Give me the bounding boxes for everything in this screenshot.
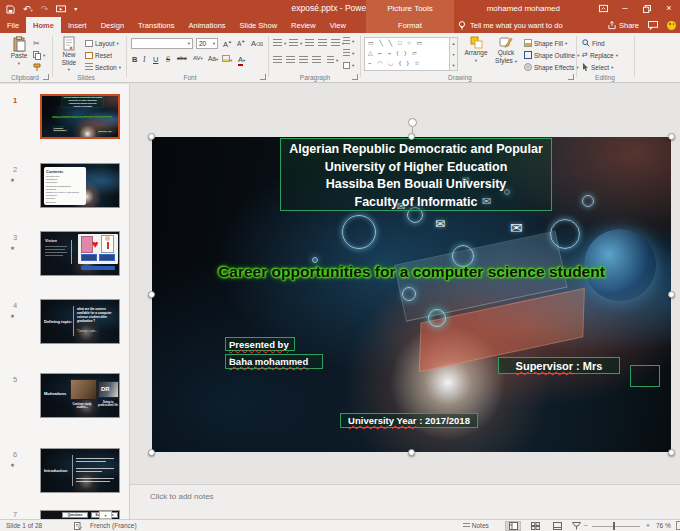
feedback-smiley-icon[interactable] (667, 21, 676, 30)
text-shadow-button[interactable]: abc (177, 55, 187, 61)
university-header-textbox[interactable]: Algerian Republic Democratic and Popular… (280, 138, 552, 211)
tab-file[interactable]: File (0, 17, 26, 33)
paste-button[interactable]: Paste▾ (6, 36, 32, 67)
selection-handle-n[interactable] (408, 133, 415, 140)
fit-to-window-icon[interactable] (676, 521, 680, 530)
slide-thumbnail-3[interactable]: Vision ♥ (40, 231, 120, 276)
convert-smartart-icon[interactable]: ▾ (343, 60, 354, 70)
numbering-icon[interactable]: ▾ (289, 38, 302, 48)
tab-animations[interactable]: Animations (181, 17, 232, 33)
font-name-combo[interactable]: ▾ (131, 38, 193, 49)
select-button[interactable]: Select▾ (582, 62, 613, 72)
strikethrough-button[interactable]: S (166, 55, 170, 64)
align-text-icon[interactable]: ▾ (343, 48, 354, 58)
slide-thumbnail-1[interactable]: Algerian Republic Democratic and Popular… (40, 94, 120, 139)
replace-button[interactable]: ⇄Replace▾ (582, 50, 618, 60)
copy-icon[interactable]: ▾ (33, 50, 45, 60)
clipboard-dialog-launcher[interactable] (43, 74, 49, 80)
shape-outline-button[interactable]: Shape Outline▾ (524, 50, 579, 60)
align-left-icon[interactable] (273, 55, 282, 65)
highlight-color-icon[interactable]: ▾ (222, 55, 232, 64)
notes-pane[interactable]: Click to add notes (130, 484, 680, 519)
find-button[interactable]: Find (582, 38, 605, 48)
italic-button[interactable]: I (143, 55, 146, 64)
spellcheck-icon[interactable] (74, 522, 82, 530)
increase-indent-icon[interactable] (318, 38, 327, 48)
shapes-row[interactable]: △ ⌐ ¬ ( ) ▱ (368, 48, 446, 58)
restore-button[interactable] (636, 0, 658, 17)
zoom-slider-track[interactable] (592, 526, 640, 527)
slide-counter[interactable]: Slide 1 of 28 (6, 522, 42, 529)
selection-handle-se[interactable] (668, 449, 675, 456)
font-color-icon[interactable]: A▾ (238, 55, 245, 64)
tell-me-box[interactable]: Tell me what you want to do (458, 17, 563, 33)
tab-slideshow[interactable]: Slide Show (233, 17, 285, 33)
change-case-icon[interactable]: Aa▾ (208, 55, 218, 62)
zoom-level[interactable]: 76 % (656, 522, 671, 529)
selection-handle-s[interactable] (408, 449, 415, 456)
slide-thumbnail-4[interactable]: Defining topic: what are the careers ava… (40, 299, 120, 344)
presented-by-textbox[interactable]: Presented by : (225, 337, 295, 351)
presenter-name-textbox[interactable]: Baha mohammed (225, 354, 323, 369)
normal-view-icon[interactable] (505, 521, 521, 531)
justify-icon[interactable] (312, 55, 321, 65)
shapes-row[interactable]: ▭ ╲ ╲ □ ○ ▭ (368, 38, 446, 48)
font-size-combo[interactable]: 20▾ (196, 38, 218, 49)
underline-button[interactable]: U (153, 55, 158, 64)
shapes-scroll[interactable]: ▲▾▼ (450, 37, 458, 71)
minimize-button[interactable]: – (614, 0, 636, 17)
decrease-indent-icon[interactable] (305, 38, 314, 48)
share-button[interactable]: Share (608, 21, 639, 30)
align-center-icon[interactable] (286, 55, 295, 65)
zoom-in-button[interactable]: + (646, 522, 650, 529)
columns-icon[interactable]: ▾ (327, 55, 338, 65)
rotation-handle[interactable] (408, 118, 417, 127)
ribbon-display-options-icon[interactable] (592, 0, 614, 17)
slide-thumbnail-6[interactable]: Introduction (40, 448, 120, 493)
reset-button[interactable]: Reset (85, 50, 112, 60)
slide-sorter-icon[interactable] (527, 521, 543, 531)
decrease-font-icon[interactable]: A▼ (237, 39, 245, 47)
tab-transitions[interactable]: Transitions (131, 17, 181, 33)
align-right-icon[interactable] (299, 55, 308, 65)
tab-home[interactable]: Home (26, 17, 61, 33)
selection-handle-nw[interactable] (148, 133, 155, 140)
slide-thumbnail-5[interactable]: Motivations DR Continue study studies...… (40, 373, 120, 418)
cut-icon[interactable]: ✂ (33, 38, 40, 48)
close-button[interactable]: × (658, 0, 680, 17)
slide-1-main[interactable]: ✉ ✉ ✉ ✉ ✉ Algerian Republic Democratic a… (152, 137, 671, 452)
shape-effects-button[interactable]: Shape Effects▾ (524, 62, 579, 72)
quick-styles-button[interactable]: QuickStyles ▾ (492, 36, 520, 65)
tab-review[interactable]: Review (284, 17, 323, 33)
drawing-dialog-launcher[interactable] (568, 74, 574, 80)
year-textbox[interactable]: University Year : 2017/2018 (340, 413, 478, 428)
slideshow-view-icon[interactable] (568, 521, 584, 531)
slide-thumbnail-2[interactable]: Contents Defining topic Motivations Intr… (40, 163, 120, 208)
shape-fill-button[interactable]: Shape Fill▾ (524, 38, 567, 48)
increase-font-icon[interactable]: A▲ (223, 39, 232, 49)
shapes-row[interactable]: ~ ◠ ◡ { } ☆ (368, 58, 446, 68)
paragraph-dialog-launcher[interactable] (352, 74, 358, 80)
bold-button[interactable]: B (132, 55, 137, 64)
slide-editing-area[interactable]: ✉ ✉ ✉ ✉ ✉ Algerian Republic Democratic a… (152, 137, 671, 452)
tab-view[interactable]: View (323, 17, 353, 33)
selection-handle-sw[interactable] (148, 449, 155, 456)
text-direction-icon[interactable]: ▾ (343, 36, 354, 46)
zoom-slider-thumb[interactable] (613, 522, 615, 530)
tab-insert[interactable]: Insert (61, 17, 94, 33)
user-account[interactable]: mohamed mohamed (487, 0, 560, 17)
language-indicator[interactable]: French (France) (90, 522, 137, 529)
arrange-button[interactable]: Arrange▾ (462, 36, 490, 64)
selection-handle-e[interactable] (668, 291, 675, 298)
supervisor-textbox[interactable]: Supervisor : Mrs (498, 357, 620, 374)
font-dialog-launcher[interactable] (260, 74, 266, 80)
character-spacing-icon[interactable]: AV▾ (193, 55, 203, 61)
notes-toggle[interactable]: Notes (463, 522, 489, 529)
selection-handle-ne[interactable] (668, 133, 675, 140)
new-slide-button[interactable]: New Slide▾ (56, 36, 82, 74)
layout-button[interactable]: Layout▾ (85, 38, 119, 48)
selection-handle-w[interactable] (148, 291, 155, 298)
comments-icon[interactable] (648, 20, 658, 30)
tab-design[interactable]: Design (94, 17, 131, 33)
thumbnail-options-dropdown[interactable]: ▾ (99, 511, 112, 519)
